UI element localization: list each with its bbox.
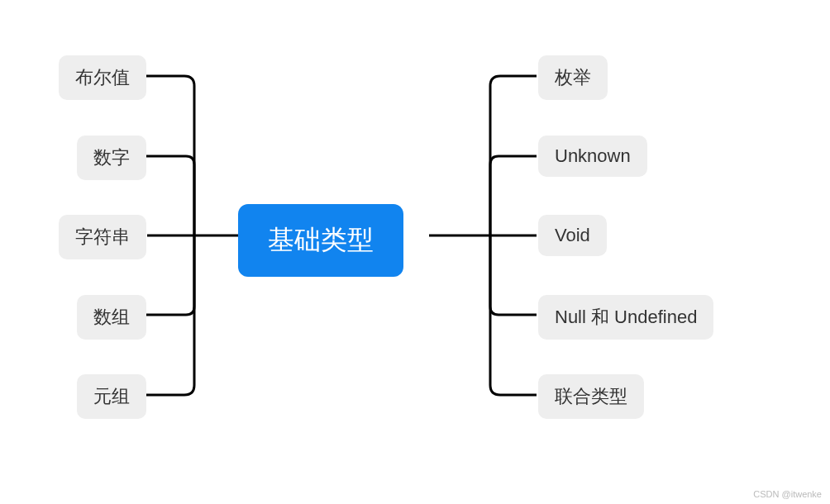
center-label: 基础类型 [268, 225, 374, 254]
watermark-text: CSDN @itwenke [753, 489, 822, 499]
node-label: 数组 [93, 307, 130, 327]
right-node-enum: 枚举 [538, 55, 608, 100]
center-node: 基础类型 [238, 204, 403, 277]
node-label: 枚举 [555, 67, 591, 88]
left-node-number: 数字 [77, 136, 146, 180]
left-node-array: 数组 [77, 295, 146, 340]
left-node-boolean: 布尔值 [59, 55, 146, 100]
left-node-string: 字符串 [59, 215, 146, 259]
node-label: 元组 [93, 386, 130, 407]
node-label: 联合类型 [555, 386, 627, 407]
right-node-void: Void [538, 215, 607, 256]
right-node-null-undefined: Null 和 Undefined [538, 295, 713, 340]
node-label: Unknown [555, 145, 631, 166]
left-node-tuple: 元组 [77, 374, 146, 419]
node-label: Void [555, 225, 590, 245]
node-label: 字符串 [75, 226, 130, 247]
node-label: 布尔值 [75, 67, 130, 88]
watermark: CSDN @itwenke [753, 489, 822, 499]
right-node-union: 联合类型 [538, 374, 644, 419]
right-node-unknown: Unknown [538, 136, 647, 177]
node-label: Null 和 Undefined [555, 307, 697, 327]
node-label: 数字 [93, 147, 130, 168]
